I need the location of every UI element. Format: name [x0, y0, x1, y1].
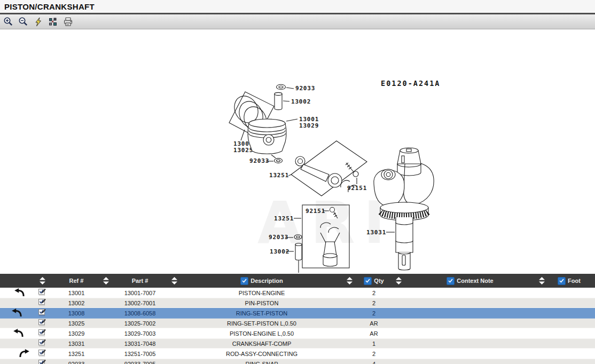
image-map-icon	[48, 17, 58, 27]
cell-description: CRANKSHAFT-COMP	[182, 339, 342, 349]
label-crankshaft[interactable]: 13031	[366, 229, 386, 236]
page-title: PISTON/CRANKSHAFT	[4, 2, 95, 11]
cell-context-note	[406, 298, 534, 308]
page-header: PISTON/CRANKSHAFT	[0, 0, 595, 13]
cell-qty: AR	[357, 319, 391, 328]
select-part-checkbox-icon[interactable]	[38, 319, 46, 328]
label-snap-ring-top[interactable]: 92033	[295, 85, 315, 92]
cell-context-note	[406, 359, 534, 364]
header-select-col-sort[interactable]	[30, 274, 54, 288]
cell-ref: 13008	[54, 308, 98, 319]
cell-qty: 2	[357, 298, 391, 308]
exploded-view-drawing: ARI E0120-A241A 92033 13002 13008 13025 …	[0, 29, 595, 274]
select-part-checkbox-icon[interactable]	[38, 339, 46, 348]
context-note-column-checkbox[interactable]	[447, 277, 455, 285]
sort-icon	[103, 277, 109, 284]
label-rod-bolt-2[interactable]: 92151	[306, 208, 325, 215]
label-snap-ring-2[interactable]: 92033	[269, 234, 288, 241]
cell-description: RING-SNAP	[182, 359, 342, 364]
back-arrow-icon[interactable]	[14, 288, 26, 298]
table-row[interactable]: 13029 13029-7003 PISTON-ENGINE L,0.50 AR	[0, 328, 595, 339]
table-row[interactable]: 13001 13001-7007 PISTON-ENGINE 2	[0, 288, 595, 298]
image-links-button[interactable]	[46, 16, 59, 28]
cell-description: ROD-ASSY-CONNECTING	[182, 349, 342, 359]
label-piston-pin-2[interactable]: 13002	[270, 248, 289, 255]
description-column-checkbox[interactable]	[240, 277, 248, 285]
table-row[interactable]: 92033 92033-7005 RING-SNAP 4	[0, 359, 595, 364]
parts-table: Ref # Part # Description	[0, 274, 595, 364]
check-icon	[242, 279, 247, 283]
cell-context-note	[406, 339, 534, 349]
cell-ref: 13029	[54, 328, 98, 339]
rod-bolt-part	[346, 163, 358, 184]
header-part-sort[interactable]	[167, 274, 182, 288]
table-row[interactable]: 13031 13031-7048 CRANKSHAFT-COMP 1	[0, 339, 595, 349]
label-conn-rod[interactable]: 13251	[269, 172, 289, 179]
cell-qty: AR	[357, 328, 391, 339]
back-arrow-icon[interactable]	[11, 308, 23, 318]
cell-ref: 13025	[54, 319, 98, 328]
footnote-column-checkbox[interactable]	[558, 277, 566, 285]
cell-qty: 2	[357, 349, 391, 359]
label-piston-oversize[interactable]: 13029	[299, 122, 319, 129]
select-part-checkbox-icon[interactable]	[38, 359, 46, 364]
back-arrow-icon[interactable]	[13, 328, 25, 338]
cell-part: 13002-7001	[113, 298, 167, 308]
select-part-checkbox-icon[interactable]	[38, 329, 46, 338]
label-ring-set-oversize[interactable]: 13025	[233, 147, 253, 154]
header-qty: Qty	[357, 274, 391, 288]
header-ref: Ref #	[54, 274, 98, 288]
cell-context-note	[406, 319, 534, 328]
select-part-checkbox-icon[interactable]	[38, 298, 46, 307]
label-piston-pin-top[interactable]: 13002	[291, 98, 311, 105]
cell-part: 13031-7048	[113, 339, 167, 349]
cell-footnote	[549, 339, 595, 349]
label-rod-bolt[interactable]: 92151	[347, 185, 367, 192]
cell-ref: 92033	[54, 359, 98, 364]
cell-description: RING-SET-PISTON	[182, 308, 342, 319]
table-row[interactable]: 13251 13251-7005 ROD-ASSY-CONNECTING 2	[0, 349, 595, 359]
header-qty-sort[interactable]	[391, 274, 406, 288]
check-icon	[365, 279, 370, 283]
cell-qty: 4	[357, 359, 391, 364]
cell-footnote	[549, 349, 595, 359]
qty-column-checkbox[interactable]	[364, 277, 372, 285]
printer-icon	[63, 17, 73, 27]
sort-icon	[396, 277, 402, 284]
table-row[interactable]: 13025 13025-7002 RING-SET-PISTON L,0.50 …	[0, 319, 595, 328]
select-part-checkbox-icon[interactable]	[38, 288, 46, 297]
select-part-checkbox-icon[interactable]	[38, 308, 46, 318]
snap-ring-top-part	[277, 84, 294, 90]
zoom-out-icon	[18, 17, 28, 27]
header-ref-sort[interactable]	[98, 274, 113, 288]
header-description-sort[interactable]	[342, 274, 357, 288]
zoom-out-button[interactable]	[17, 16, 29, 28]
check-icon	[559, 279, 564, 283]
label-conn-rod-2[interactable]: 13251	[274, 215, 294, 222]
cell-qty: 2	[357, 308, 391, 319]
label-snap-ring-mid[interactable]: 92033	[249, 157, 269, 164]
header-arrow-col	[0, 274, 30, 288]
forward-arrow-icon[interactable]	[18, 349, 30, 359]
header-description: Description	[182, 274, 342, 288]
cell-footnote	[549, 328, 595, 339]
select-part-checkbox-icon[interactable]	[38, 349, 46, 358]
diagram-toolbar	[0, 14, 595, 29]
table-row-selected[interactable]: 13008 13008-6058 RING-SET-PISTON 2	[0, 308, 595, 319]
header-context-sort[interactable]	[534, 274, 549, 288]
sort-icon	[171, 277, 177, 284]
cell-part: 13008-6058	[113, 308, 167, 319]
piston-part	[248, 119, 298, 158]
cell-description: PISTON-ENGINE	[182, 288, 342, 298]
hotspots-button[interactable]	[32, 16, 44, 28]
print-button[interactable]	[61, 16, 74, 28]
cell-qty: 2	[357, 288, 391, 298]
diagram-code: E0120-A241A	[381, 79, 440, 88]
cell-footnote	[549, 298, 595, 308]
header-footnote: Foot	[549, 274, 595, 288]
table-row[interactable]: 13002 13002-7001 PIN-PISTON 2	[0, 298, 595, 308]
sort-icon	[347, 277, 353, 284]
zoom-in-button[interactable]	[2, 16, 14, 28]
cell-ref: 13002	[54, 298, 98, 308]
cell-part: 13029-7003	[113, 328, 167, 339]
